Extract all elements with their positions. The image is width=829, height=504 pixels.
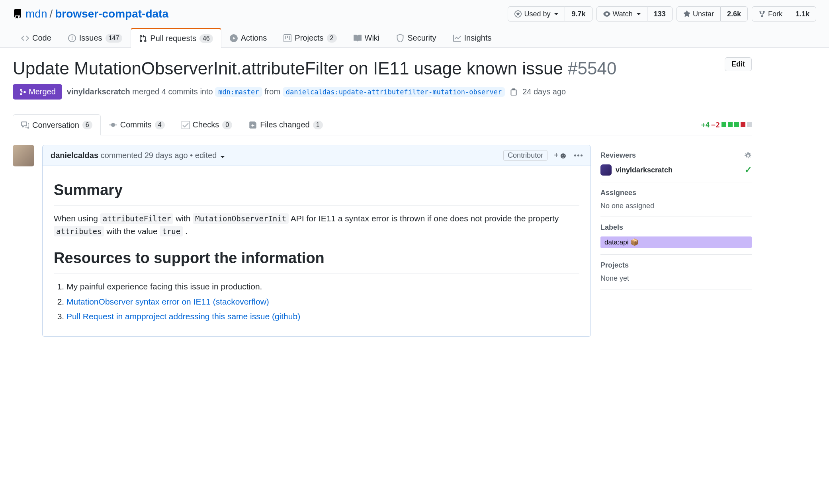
comment: danielcaldas commented 29 days ago • edi… bbox=[42, 145, 591, 337]
tab-actions[interactable]: Actions bbox=[221, 28, 276, 47]
fork-label: Fork bbox=[768, 9, 782, 19]
conv-count: 6 bbox=[82, 121, 92, 129]
star-count[interactable]: 2.6k bbox=[721, 6, 748, 21]
tab-files-label: Files changed bbox=[260, 120, 310, 129]
watch-label: Watch bbox=[613, 9, 633, 19]
tab-checks-label: Checks bbox=[193, 120, 219, 129]
used-by-label: Used by bbox=[524, 9, 550, 19]
issues-count: 147 bbox=[106, 34, 123, 43]
projects-count: 2 bbox=[327, 34, 337, 43]
tab-checks[interactable]: Checks 0 bbox=[173, 114, 241, 135]
resource-link-2[interactable]: MutationObserver syntax error on IE11 (s… bbox=[66, 297, 269, 306]
tab-conversation[interactable]: Conversation 6 bbox=[13, 114, 101, 135]
summary-heading: Summary bbox=[54, 179, 579, 206]
comment-author-avatar[interactable] bbox=[13, 145, 34, 166]
watch-button[interactable]: Watch bbox=[596, 6, 647, 21]
tab-files[interactable]: Files changed 1 bbox=[240, 114, 331, 135]
pr-tabs: Conversation 6 Commits 4 Checks 0 Files … bbox=[13, 114, 331, 135]
projects-value: None yet bbox=[600, 274, 752, 283]
tab-commits-label: Commits bbox=[120, 120, 152, 129]
tab-issues[interactable]: Issues 147 bbox=[60, 28, 131, 47]
tab-conv-label: Conversation bbox=[32, 121, 79, 130]
check-icon: ✓ bbox=[745, 165, 752, 175]
repo-icon bbox=[13, 9, 22, 19]
diff-del: −2 bbox=[711, 121, 720, 129]
tab-security[interactable]: Security bbox=[388, 28, 444, 47]
repo-nav: Code Issues 147 Pull requests 46 Actions… bbox=[13, 28, 816, 47]
tab-pulls-label: Pull requests bbox=[150, 34, 196, 43]
repo-owner-link[interactable]: mdn bbox=[25, 8, 47, 20]
merge-text-2: from bbox=[264, 87, 280, 96]
tab-wiki[interactable]: Wiki bbox=[345, 28, 388, 47]
comment-verb: commented bbox=[101, 151, 143, 160]
pr-meta: Merged vinyldarkscratch merged 4 commits… bbox=[13, 84, 752, 106]
tab-projects[interactable]: Projects 2 bbox=[275, 28, 345, 47]
files-count: 1 bbox=[313, 121, 323, 129]
gear-icon[interactable] bbox=[745, 152, 752, 159]
pr-number: #5540 bbox=[568, 59, 616, 78]
clipboard-icon[interactable] bbox=[510, 88, 518, 96]
tab-code[interactable]: Code bbox=[13, 28, 60, 47]
tab-commits[interactable]: Commits 4 bbox=[101, 114, 173, 135]
tab-projects-label: Projects bbox=[295, 33, 323, 43]
tab-actions-label: Actions bbox=[241, 33, 267, 43]
tab-insights[interactable]: Insights bbox=[445, 28, 500, 47]
pr-state-badge: Merged bbox=[13, 84, 62, 100]
resource-link-3[interactable]: Pull Request in ampproject addressing th… bbox=[66, 312, 300, 321]
star-label: Unstar bbox=[693, 9, 714, 19]
diffstat: +4 −2 bbox=[701, 121, 752, 129]
labels-heading: Labels bbox=[600, 223, 623, 232]
diff-add: +4 bbox=[701, 121, 710, 129]
commits-count: 4 bbox=[155, 121, 165, 129]
role-badge: Contributor bbox=[503, 150, 547, 161]
checks-count: 0 bbox=[222, 121, 232, 129]
tab-pull-requests[interactable]: Pull requests 46 bbox=[131, 28, 221, 48]
head-branch[interactable]: danielcaldas:update-attributefilter-muta… bbox=[283, 87, 505, 97]
tab-wiki-label: Wiki bbox=[365, 33, 380, 43]
tab-security-label: Security bbox=[407, 33, 436, 43]
fork-count[interactable]: 1.1k bbox=[789, 6, 816, 21]
assignees-value: No one assigned bbox=[600, 202, 752, 210]
merge-text-1: merged 4 commits into bbox=[132, 87, 213, 96]
resource-item-1: My painful experience facing this issue … bbox=[66, 280, 579, 293]
label-tag[interactable]: data:api 📦 bbox=[600, 236, 752, 248]
add-reaction-button[interactable]: +☻ bbox=[554, 150, 568, 161]
pagehead-actions: Used by 9.7k Watch 133 Unstar 2.6k bbox=[508, 6, 816, 21]
assignees-heading: Assignees bbox=[600, 189, 636, 197]
comment-time-link[interactable]: 29 days ago bbox=[145, 151, 188, 160]
used-by-count[interactable]: 9.7k bbox=[565, 6, 592, 21]
tab-issues-label: Issues bbox=[79, 33, 102, 43]
reviewer-link[interactable]: vinyldarkscratch bbox=[616, 166, 673, 174]
tab-code-label: Code bbox=[32, 33, 51, 43]
edited-label: edited bbox=[195, 151, 217, 160]
pr-sidebar: Reviewers vinyldarkscratch ✓ Assignees N… bbox=[600, 145, 752, 337]
reviewer-avatar[interactable] bbox=[600, 164, 612, 176]
star-button[interactable]: Unstar bbox=[676, 6, 721, 21]
edit-button[interactable]: Edit bbox=[725, 57, 752, 71]
used-by-button[interactable]: Used by bbox=[508, 6, 565, 21]
base-branch[interactable]: mdn:master bbox=[215, 87, 262, 97]
pr-state-label: Merged bbox=[29, 87, 56, 96]
comment-body: Summary When using attributeFilter with … bbox=[43, 166, 590, 336]
repo-title: mdn / browser-compat-data bbox=[13, 8, 168, 20]
reviewers-heading: Reviewers bbox=[600, 151, 636, 160]
watch-count[interactable]: 133 bbox=[647, 6, 673, 21]
tab-insights-label: Insights bbox=[464, 33, 492, 43]
resources-heading: Resources to support the information bbox=[54, 247, 579, 274]
projects-heading: Projects bbox=[600, 261, 629, 270]
comment-menu-button[interactable] bbox=[574, 154, 583, 156]
pulls-count: 46 bbox=[199, 34, 213, 43]
merger-link[interactable]: vinyldarkscratch bbox=[67, 87, 130, 96]
repo-name-link[interactable]: browser-compat-data bbox=[55, 8, 168, 20]
merge-time: 24 days ago bbox=[522, 87, 566, 96]
fork-button[interactable]: Fork bbox=[752, 6, 789, 21]
comment-author-link[interactable]: danielcaldas bbox=[51, 151, 98, 160]
pr-title: Update MutationObserverInit.attributeFil… bbox=[13, 57, 616, 79]
pr-title-text: Update MutationObserverInit.attributeFil… bbox=[13, 59, 563, 78]
